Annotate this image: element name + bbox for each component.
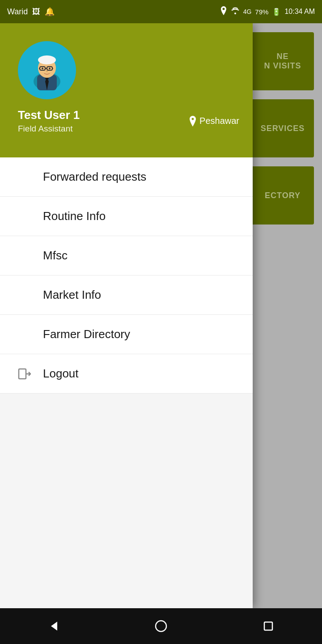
image-icon: 🖼: [32, 7, 40, 17]
menu-item-forwarded-requests[interactable]: Forwarded requests: [0, 157, 253, 197]
status-bar: Warid 🖼 🔔 4G 79% 🔋 10:34 AM: [0, 0, 322, 23]
location-name: Peshawar: [199, 116, 239, 126]
status-bar-left: Warid 🖼 🔔: [7, 7, 55, 17]
logout-icon: [18, 367, 34, 381]
menu-label-forwarded: Forwarded requests: [43, 170, 146, 184]
menu-label-farmer: Farmer Directory: [43, 327, 130, 341]
svg-point-11: [42, 68, 43, 69]
svg-rect-14: [19, 369, 26, 379]
tile-services: SERVICES: [251, 99, 314, 157]
menu-label-logout: Logout: [43, 367, 79, 381]
drawer-menu: Forwarded requests Routine Info Mfsc Mar…: [0, 157, 253, 394]
menu-label-market: Market Info: [43, 288, 101, 302]
svg-point-13: [46, 71, 48, 72]
svg-point-5: [38, 55, 56, 64]
avatar: [18, 41, 76, 99]
svg-point-12: [49, 68, 51, 69]
recents-button[interactable]: [255, 613, 282, 640]
home-button[interactable]: [148, 613, 174, 640]
navigation-drawer: Test User 1 Field Assistant Peshawar For…: [0, 23, 253, 608]
menu-label-mfsc: Mfsc: [43, 249, 68, 263]
time-label: 10:34 AM: [284, 8, 315, 16]
menu-label-routine: Routine Info: [43, 209, 106, 223]
user-role: Field Assistant: [18, 124, 80, 134]
menu-item-logout[interactable]: Logout: [0, 354, 253, 394]
signal-icon: 4G: [243, 8, 252, 15]
carrier-label: Warid: [7, 7, 28, 17]
user-details: Test User 1 Field Assistant: [18, 108, 80, 134]
tile-visits: NE N VISITS: [251, 32, 314, 90]
user-name: Test User 1: [18, 108, 80, 122]
status-bar-right: 4G 79% 🔋 10:34 AM: [220, 6, 315, 17]
battery-icon: 🔋: [272, 8, 281, 16]
menu-item-farmer-directory[interactable]: Farmer Directory: [0, 315, 253, 354]
location-badge: Peshawar: [189, 116, 239, 127]
wifi-icon: [231, 7, 240, 16]
menu-item-mfsc[interactable]: Mfsc: [0, 236, 253, 275]
svg-marker-16: [51, 622, 57, 631]
notification-icon: 🔔: [45, 7, 55, 17]
battery-level: 79%: [255, 8, 268, 16]
drawer-header: Test User 1 Field Assistant Peshawar: [0, 23, 253, 157]
svg-rect-18: [264, 622, 272, 630]
svg-point-17: [156, 621, 166, 631]
back-button[interactable]: [40, 613, 67, 640]
menu-item-market-info[interactable]: Market Info: [0, 275, 253, 315]
menu-item-routine-info[interactable]: Routine Info: [0, 197, 253, 236]
nav-bar: [0, 608, 322, 644]
location-icon: [220, 6, 227, 17]
tile-directory: ECTORY: [251, 166, 314, 225]
user-info-row: Test User 1 Field Assistant Peshawar: [18, 108, 239, 134]
